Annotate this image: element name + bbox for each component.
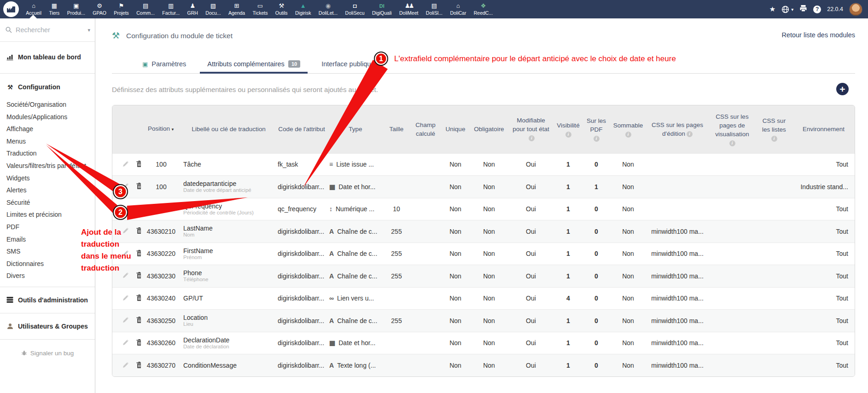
info-icon: i (729, 140, 735, 146)
edit-icon[interactable] (122, 295, 129, 302)
sidebar-item[interactable]: PDF (0, 221, 95, 233)
topnav-item[interactable]: ▦ Tiers (45, 0, 63, 18)
sidebar-item[interactable]: Affichage (0, 123, 95, 135)
col-taille: Taille (384, 105, 409, 153)
topnav-item[interactable]: ▭ Tickets (249, 0, 271, 18)
edit-icon[interactable] (122, 317, 129, 324)
cell-type: AChaîne de c... (327, 220, 384, 243)
delete-icon[interactable] (136, 250, 141, 258)
cell-pdf: 0 (583, 243, 609, 265)
topnav-item[interactable]: ♟ GRH (183, 0, 202, 18)
sidebar-item[interactable]: Sécurité (0, 196, 95, 209)
sidebar-item[interactable]: Widgets (0, 172, 95, 185)
topnav-item[interactable]: ♟♟ DoliMeet (396, 0, 422, 18)
cell-sommable: Non (609, 198, 647, 220)
sidebar-item[interactable]: SMS (0, 245, 95, 258)
sidebar-item[interactable]: Valeurs/filtres/tris par défaut (0, 160, 95, 172)
delete-icon[interactable] (136, 183, 141, 191)
topnav-item[interactable]: ▤ Comm... (133, 0, 158, 18)
edit-icon[interactable] (122, 272, 129, 280)
edit-icon[interactable] (122, 250, 129, 258)
version-label: 22.0.4 (827, 6, 843, 12)
sidebar-section-admin-tools[interactable]: Outils d'administration (0, 294, 95, 306)
topnav-item[interactable]: ▥ Factur... (158, 0, 183, 18)
edit-icon[interactable] (122, 227, 129, 235)
search-icon (6, 27, 12, 33)
delete-icon[interactable] (136, 272, 141, 280)
col-obligatoire: Obligatoire (469, 105, 509, 153)
cell-visibilite: 1 (553, 243, 583, 265)
report-bug-link[interactable]: Signaler un bug (0, 350, 95, 357)
sidebar-item[interactable]: Emails (0, 233, 95, 246)
cell-code: digiriskdolibarr... (276, 287, 327, 310)
topnav-item[interactable]: ⚙ GPAO (89, 0, 110, 18)
edit-icon[interactable] (122, 183, 129, 191)
edit-icon[interactable] (122, 161, 129, 168)
delete-icon[interactable] (136, 362, 141, 370)
add-attribute-button[interactable]: + (836, 83, 849, 95)
tab-parametres[interactable]: ▣ Paramètres (135, 56, 193, 74)
delete-icon[interactable] (136, 339, 141, 347)
sidebar-item[interactable]: Société/Organisation (0, 98, 95, 111)
sidebar-item[interactable]: Modules/Applications (0, 111, 95, 123)
sidebar-item[interactable]: Limites et précision (0, 208, 95, 221)
delete-icon[interactable] (136, 227, 141, 235)
topnav-item[interactable]: ⚑ Projets (110, 0, 133, 18)
delete-icon[interactable] (136, 317, 141, 324)
tab-interface-publique[interactable]: Interface publique (314, 56, 382, 74)
edit-icon[interactable] (122, 205, 129, 213)
col-position[interactable]: Position▼ (141, 105, 181, 153)
topnav-item[interactable]: ▤ DoliSl... (422, 0, 447, 18)
table-row: 100 QcFrequency Périodicité de contrôle … (112, 198, 855, 220)
cell-sommable: Non (609, 176, 647, 198)
cell-type: AChaîne de c... (327, 265, 384, 288)
help-icon[interactable]: ? (813, 6, 821, 13)
string-icon: A (329, 250, 334, 257)
delete-icon[interactable] (136, 295, 141, 302)
sidebar-search[interactable]: Rechercher ▾ (0, 18, 95, 42)
list-icon: ≡ (329, 161, 333, 168)
topnav-item[interactable]: DI DigiQuali (368, 0, 396, 18)
topnav-item[interactable]: ◘ DoliSecu (341, 0, 368, 18)
sidebar-item-dashboard[interactable]: Mon tableau de bord (0, 51, 95, 63)
cell-code: digiriskdolibarr... (276, 354, 327, 377)
delete-icon[interactable] (136, 205, 141, 213)
page-title: Configuration du module de ticket (126, 32, 233, 40)
sidebar-section-users-groups[interactable]: Utilisateurs & Groupes (0, 320, 95, 332)
edit-icon[interactable] (122, 362, 129, 370)
sidebar-item[interactable]: Traduction (0, 147, 95, 160)
sidebar-section-configuration[interactable]: ⚒ Configuration (0, 81, 95, 93)
cell-sommable: Non (609, 332, 647, 354)
print-icon[interactable] (799, 5, 807, 14)
cell-type: ▦Date et hor... (327, 176, 384, 198)
cell-unique: Non (442, 153, 469, 176)
cell-modifiable: Oui (509, 354, 553, 377)
user-avatar[interactable] (849, 3, 862, 16)
intro-text: Définissez des attributs supplémentaires… (112, 86, 378, 93)
app-logo[interactable] (0, 1, 22, 17)
sidebar-item[interactable]: Divers (0, 270, 95, 282)
sidebar-item[interactable]: Menus (0, 135, 95, 148)
back-to-modules-link[interactable]: Retour liste des modules (781, 31, 855, 39)
cell-taille: 255 (384, 310, 409, 332)
cell-unique: Non (442, 332, 469, 354)
language-globe-icon[interactable] (781, 6, 789, 13)
topnav-item[interactable]: ◉ DoliLet... (315, 0, 342, 18)
edit-icon[interactable] (122, 339, 129, 347)
topnav-item[interactable]: ▲ Digirisk (291, 0, 315, 18)
topnav-item[interactable]: ⌂ DoliCar (446, 0, 470, 18)
cell-label: Phone Téléphone (181, 265, 276, 288)
topnav-item[interactable]: ⚒ Outils (272, 0, 291, 18)
cell-position: 43630220 (141, 243, 181, 265)
cell-css-visualisation (708, 332, 757, 354)
cell-css-edition: minwidth100 ma... (647, 332, 708, 354)
tab-attributs-complementaires[interactable]: Attributs complémentaires 10 (200, 56, 308, 74)
delete-icon[interactable] (136, 161, 141, 168)
sidebar-item[interactable]: Dictionnaires (0, 258, 95, 270)
sidebar-item[interactable]: Alertes (0, 184, 95, 196)
topnav-item[interactable]: ⊞ Agenda (225, 0, 249, 18)
topnav-item[interactable]: ▧ Docu... (202, 0, 225, 18)
topnav-item[interactable]: ▣ Produi... (64, 0, 89, 18)
bookmark-star-icon[interactable]: ★ (769, 5, 775, 13)
topnav-item[interactable]: ❖ ReedC... (470, 0, 497, 18)
